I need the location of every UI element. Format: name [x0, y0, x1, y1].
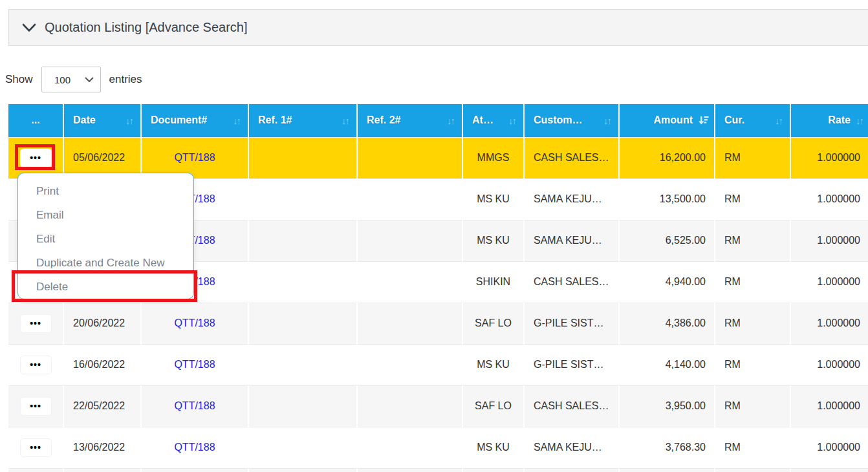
currency-cell [715, 468, 790, 472]
attention-cell: MS KU [462, 427, 524, 468]
customer-cell: SAMA KEJU… [524, 178, 619, 220]
quotation-listing-panel[interactable]: Quotation Listing [Advance Search] [8, 9, 868, 46]
currency-cell: RM [715, 261, 790, 303]
rate-cell: 1.000000 [790, 344, 868, 385]
sort-icon: ↓↑ [342, 115, 349, 126]
table-row: •••22/05/2022QTT/188SAF LOCASH SALES…3,9… [8, 385, 868, 427]
column-label-attention: At… [472, 114, 494, 126]
attention-cell: MMGS [462, 137, 524, 178]
rate-cell: 1.000000 [790, 385, 868, 427]
currency-cell: RM [715, 303, 790, 344]
column-header-currency[interactable]: Cur.↓↑ [715, 104, 790, 137]
ref2-cell [357, 385, 462, 427]
sort-icon: ↓↑ [447, 115, 454, 126]
page-title: Quotation Listing [Advance Search] [45, 20, 248, 35]
column-header-ref2[interactable]: Ref. 2#↓↑ [357, 104, 462, 137]
document-link[interactable]: QTT/188 [174, 317, 215, 328]
ref2-cell [357, 427, 462, 468]
ref1-cell [248, 344, 357, 385]
column-label-date: Date [73, 114, 96, 126]
entries-select[interactable]: 100 [41, 67, 101, 92]
row-actions-button[interactable]: ••• [20, 149, 52, 167]
menu-item-email[interactable]: Email [18, 203, 193, 227]
document-link[interactable]: QTT/188 [174, 442, 215, 453]
amount-cell: 16,200.00 [619, 137, 715, 178]
column-header-ref1[interactable]: Ref. 1#↓↑ [248, 104, 357, 137]
column-label-document: Document# [151, 114, 207, 126]
menu-item-print[interactable]: Print [18, 179, 193, 203]
document-cell: QTT/188 [141, 427, 248, 468]
actions-cell: ••• [8, 385, 63, 427]
currency-cell: RM [715, 220, 790, 261]
chevron-down-icon [22, 23, 36, 32]
customer-cell: G-PILE SIST… [524, 303, 619, 344]
ellipsis-icon: ••• [30, 443, 41, 452]
ref2-cell [357, 220, 462, 261]
row-actions-button[interactable]: ••• [20, 438, 52, 457]
column-header-amount[interactable]: Amount [619, 104, 715, 137]
ref1-cell [248, 137, 357, 178]
show-entries-control: Show 100 entries [5, 67, 142, 92]
actions-cell: ••• [8, 427, 63, 468]
column-header-rate[interactable]: Rate↓↑ [790, 104, 868, 137]
attention-cell: SHIKIN [462, 261, 524, 303]
sort-icon: ↓↑ [603, 115, 611, 126]
column-header-actions: ... [8, 104, 63, 137]
customer-cell: SAMA KEJU… [524, 220, 619, 261]
column-label-amount: Amount [654, 114, 693, 126]
document-link[interactable]: QTT/188 [174, 152, 215, 163]
currency-cell: RM [715, 344, 790, 385]
row-actions-button[interactable]: ••• [20, 397, 52, 416]
column-label-currency: Cur. [724, 114, 744, 126]
ellipsis-icon: ••• [30, 153, 41, 162]
menu-item-edit[interactable]: Edit [18, 227, 193, 251]
row-actions-button[interactable]: ••• [20, 356, 52, 374]
sort-icon: ↓↑ [508, 115, 515, 126]
ref1-cell [248, 468, 357, 472]
document-cell: QTT/188 [141, 385, 248, 427]
column-label-rate: Rate [828, 114, 851, 126]
document-link[interactable]: QTT/188 [174, 359, 215, 370]
table-row [8, 468, 868, 472]
table-header-row: ...Date↓↑Document#↓↑Ref. 1#↓↑Ref. 2#↓↑At… [8, 104, 868, 137]
currency-cell: RM [715, 385, 790, 427]
ref1-cell [248, 220, 357, 261]
column-header-attention[interactable]: At…↓↑ [462, 104, 524, 137]
customer-cell: CASH SALES… [524, 137, 619, 178]
rate-cell [790, 468, 868, 472]
currency-cell: RM [715, 427, 790, 468]
amount-cell: 4,386.00 [619, 303, 715, 344]
row-actions-button[interactable]: ••• [20, 314, 52, 333]
column-header-date[interactable]: Date↓↑ [63, 104, 141, 137]
amount-cell [619, 468, 715, 472]
attention-cell [462, 468, 524, 472]
date-cell: 16/06/2022 [63, 344, 141, 385]
ref2-cell [357, 468, 462, 472]
column-label-ref1: Ref. 1# [258, 114, 292, 126]
menu-item-delete[interactable]: Delete [18, 275, 193, 299]
date-cell: 20/06/2022 [63, 303, 141, 344]
row-context-menu: PrintEmailEditDuplicate and Create NewDe… [17, 173, 194, 299]
ref1-cell [248, 303, 357, 344]
actions-cell: ••• [8, 344, 63, 385]
date-cell: 13/06/2022 [63, 427, 141, 468]
sort-icon: ↓↑ [775, 115, 782, 126]
document-cell: QTT/188 [141, 344, 248, 385]
ref2-cell [357, 178, 462, 220]
amount-cell: 4,940.00 [619, 261, 715, 303]
column-header-document[interactable]: Document#↓↑ [141, 104, 248, 137]
attention-cell: MS KU [462, 178, 524, 220]
rate-cell: 1.000000 [790, 261, 868, 303]
date-cell [63, 468, 141, 472]
menu-item-duplicate-and-create-new[interactable]: Duplicate and Create New [18, 251, 193, 275]
amount-cell: 6,525.00 [619, 220, 715, 261]
ellipsis-icon: ••• [30, 360, 41, 369]
amount-cell: 4,140.00 [619, 344, 715, 385]
entries-select-value: 100 [54, 74, 87, 85]
sort-desc-icon [698, 116, 709, 125]
column-label-actions: ... [31, 114, 39, 126]
column-header-customer[interactable]: Custom…↓↑ [524, 104, 619, 137]
document-link[interactable]: QTT/188 [174, 400, 215, 411]
table-row: •••13/06/2022QTT/188MS KUSAMA KEJU…3,768… [8, 427, 868, 468]
date-cell: 22/05/2022 [63, 385, 141, 427]
